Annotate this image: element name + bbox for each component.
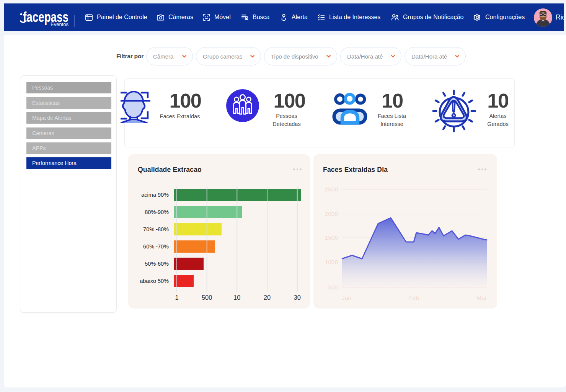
svg-text:10: 10 [233,294,240,301]
svg-text:Eventos: Eventos [51,21,69,27]
svg-text:30: 30 [294,294,301,301]
svg-text:1000: 1000 [325,259,338,265]
svg-text:Mar: Mar [476,294,487,301]
svg-text:50%-60%: 50%-60% [145,261,169,267]
svg-text:acima 90%: acima 90% [141,192,169,198]
svg-text:1500: 1500 [325,234,338,241]
svg-text:20: 20 [264,294,271,301]
svg-text:Feb: Feb [409,294,419,301]
svg-text:60% -70%: 60% -70% [143,243,169,250]
svg-text:2000: 2000 [325,211,338,217]
svg-text:abaixo 50%: abaixo 50% [140,278,169,284]
svg-text:2500: 2500 [325,186,338,193]
svg-text:500: 500 [328,284,338,291]
svg-text:500: 500 [202,294,212,301]
svg-text:70% -80%: 70% -80% [143,226,169,232]
svg-text:80%-90%: 80%-90% [145,209,169,215]
svg-text:1: 1 [175,294,178,301]
svg-text:Jan: Jan [342,294,351,301]
